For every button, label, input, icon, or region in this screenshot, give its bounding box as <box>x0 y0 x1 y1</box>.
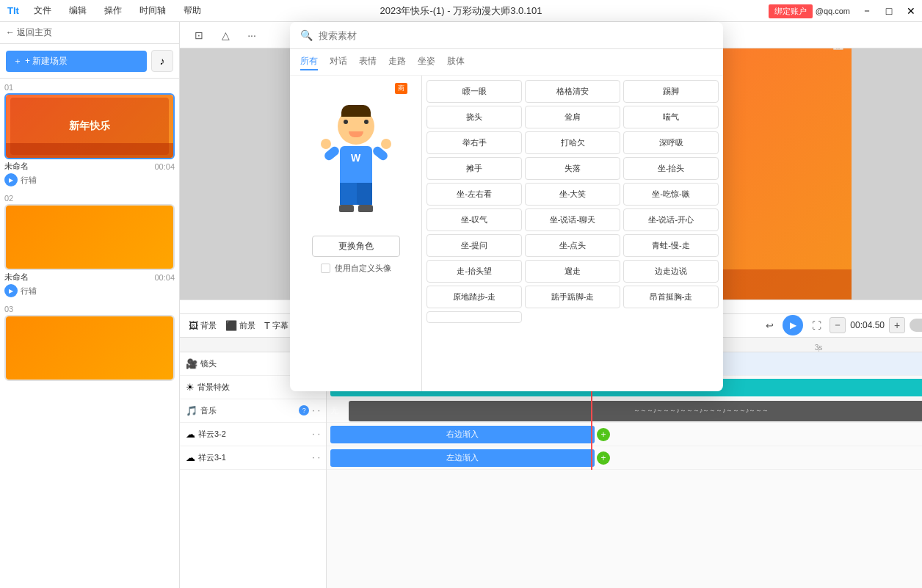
bgfx-icon: ☀ <box>186 382 195 393</box>
tl-block-cloud2-entry[interactable]: 右边渐入 <box>330 426 595 443</box>
cloud2-dot1[interactable]: · <box>312 429 314 439</box>
music-prefix: 无 <box>330 405 338 416</box>
action-btn-16[interactable]: 坐-说话-聊天 <box>525 208 620 231</box>
tl-block-cloud1-entry[interactable]: 左边渐入 <box>330 449 595 467</box>
action-btn-1[interactable]: 格格清安 <box>525 80 620 103</box>
action-btn-15[interactable]: 坐-叹气 <box>426 208 522 231</box>
action-btn-23[interactable]: 边走边说 <box>623 260 719 283</box>
scene-play-btn[interactable]: ▶ <box>4 284 18 297</box>
popup-preview: 商 W <box>290 76 422 391</box>
music-btn[interactable]: ♪ <box>151 50 173 72</box>
tl-music-label: 音乐 <box>200 405 296 416</box>
music-dot2[interactable]: · <box>318 405 320 415</box>
popup-tab-expression[interactable]: 表情 <box>359 54 377 70</box>
tl-tool-subtitle[interactable]: T 字幕 <box>261 319 291 333</box>
action-btn-4[interactable]: 耸肩 <box>525 106 620 128</box>
ruler-line-3s <box>818 347 819 352</box>
scene-thumbnail[interactable] <box>4 315 175 381</box>
action-btn-18[interactable]: 坐-提问 <box>426 234 522 257</box>
scene-item: 03 <box>4 305 175 381</box>
scene-info: 未命名 00:04 <box>4 272 175 283</box>
tl-cloud1-plus[interactable]: + <box>597 451 610 465</box>
left-panel: ← 返回主页 ＋ + 新建场景 ♪ 01 新年快乐 <box>0 22 180 588</box>
menu-operate[interactable]: 操作 <box>101 3 125 18</box>
playback-toggle[interactable] <box>910 319 922 332</box>
fullscreen-btn[interactable]: ⛶ <box>807 316 825 334</box>
action-btn-12[interactable]: 坐-左右看 <box>426 183 522 206</box>
tl-block-music[interactable]: ～～～♪～～～♪～～～♪～～～♪～～～♪～～～ <box>349 401 922 421</box>
action-btn-20[interactable]: 青蛙-慢-走 <box>623 234 719 257</box>
scene-action-label: 行辅 <box>21 175 37 186</box>
action-btn-3[interactable]: 挠头 <box>426 106 522 128</box>
window-minimize-btn[interactable]: － <box>856 0 878 22</box>
canvas-tool-more[interactable]: ··· <box>242 25 262 46</box>
tl-cloud2-plus[interactable]: + <box>597 428 610 441</box>
change-role-btn[interactable]: 更换角色 <box>312 236 400 257</box>
tl-bg-label: 背景 <box>200 320 217 331</box>
tl-label-music: 🎵 音乐 ? · · <box>180 399 326 423</box>
new-scene-btn[interactable]: ＋ + 新建场景 <box>6 51 147 72</box>
action-btn-25[interactable]: 踮手踮脚-走 <box>525 286 620 308</box>
window-close-btn[interactable]: ✕ <box>900 0 922 22</box>
popup-tab-all[interactable]: 所有 <box>300 54 318 70</box>
menu-file[interactable]: 文件 <box>31 3 54 18</box>
cloud1-dot1[interactable]: · <box>312 452 314 462</box>
action-btn-7[interactable]: 打哈欠 <box>525 131 620 154</box>
undo-btn[interactable]: ↩ <box>761 316 778 334</box>
canvas-tool-shape[interactable]: △ <box>215 25 236 46</box>
action-btn-5[interactable]: 喘气 <box>623 106 719 128</box>
action-btn-0[interactable]: 瞟一眼 <box>426 80 522 103</box>
background-icon: 🖼 <box>189 320 198 331</box>
tl-tool-background[interactable]: 🖼 背景 <box>186 319 219 333</box>
popup-tab-dialog[interactable]: 对话 <box>330 54 347 70</box>
music-help-icon[interactable]: ? <box>299 405 309 415</box>
action-btn-17[interactable]: 坐-说话-开心 <box>623 208 719 231</box>
new-scene-icon: ＋ <box>13 55 22 68</box>
menu-help[interactable]: 帮助 <box>181 3 204 18</box>
scene-actions: ▶ 行辅 <box>4 283 175 299</box>
action-btn-11[interactable]: 坐-抬头 <box>623 157 719 180</box>
action-btn-19[interactable]: 坐-点头 <box>525 234 620 257</box>
action-btn-26[interactable]: 昂首挺胸-走 <box>623 286 719 308</box>
scene-name: 未命名 <box>4 161 29 172</box>
scene-thumbnail[interactable]: 新年快乐 <box>4 93 175 159</box>
music-dot1[interactable]: · <box>312 405 314 415</box>
action-btn-10[interactable]: 失落 <box>525 157 620 180</box>
action-btn-22[interactable]: 遛走 <box>525 260 620 283</box>
custom-avatar-checkbox[interactable] <box>321 264 330 273</box>
camera-icon: 🎥 <box>186 358 197 369</box>
action-btn-24[interactable]: 原地踏步-走 <box>426 286 522 308</box>
menu-timeline[interactable]: 时间轴 <box>137 3 169 18</box>
action-btn-2[interactable]: 踢脚 <box>623 80 719 103</box>
scene-number: 03 <box>4 305 175 313</box>
cloud1-dot2[interactable]: · <box>318 452 320 462</box>
user-account-btn[interactable]: 绑定账户 <box>769 4 813 18</box>
action-btn-27[interactable] <box>426 311 522 323</box>
action-btn-21[interactable]: 走-抬头望 <box>426 260 522 283</box>
action-btn-14[interactable]: 坐-吃惊-嗾 <box>623 183 719 206</box>
popup-tab-walk[interactable]: 走路 <box>388 54 406 70</box>
scene-thumbnail[interactable] <box>4 204 175 270</box>
popup-tab-sit[interactable]: 坐姿 <box>418 54 435 70</box>
window-restore-btn[interactable]: □ <box>878 0 900 22</box>
scene-duration: 00:04 <box>154 162 175 171</box>
zoom-out-btn[interactable]: － <box>830 317 846 333</box>
action-btn-8[interactable]: 深呼吸 <box>623 131 719 154</box>
popup-tab-limb[interactable]: 肢体 <box>447 54 465 70</box>
search-input[interactable] <box>319 30 713 41</box>
custom-avatar-toggle[interactable]: 使用自定义头像 <box>321 263 391 274</box>
zoom-in-btn[interactable]: + <box>889 317 905 333</box>
scene-actions: ▶ 行辅 <box>4 172 175 188</box>
canvas-tool-grid[interactable]: ⊡ <box>189 25 209 46</box>
popup-modal: 🔍 所有 对话 表情 走路 坐姿 肢体 商 <box>290 22 723 391</box>
back-home-btn[interactable]: ← 返回主页 <box>6 27 52 37</box>
cloud2-dot2[interactable]: · <box>318 429 320 439</box>
action-btn-6[interactable]: 举右手 <box>426 131 522 154</box>
play-btn[interactable]: ▶ <box>783 315 803 335</box>
scene-play-btn[interactable]: ▶ <box>4 173 18 186</box>
scene-action-label: 行辅 <box>21 286 37 297</box>
action-btn-13[interactable]: 坐-大笑 <box>525 183 620 206</box>
menu-edit[interactable]: 编辑 <box>66 3 90 18</box>
action-btn-9[interactable]: 摊手 <box>426 157 522 180</box>
tl-tool-foreground[interactable]: ⬛ 前景 <box>222 319 258 333</box>
